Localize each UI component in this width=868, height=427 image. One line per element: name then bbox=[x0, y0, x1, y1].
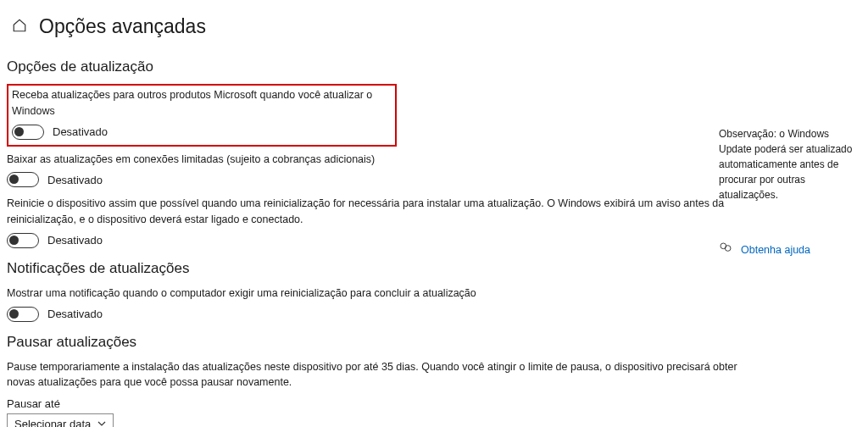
toggle-label: Desativado bbox=[53, 125, 108, 138]
home-icon[interactable] bbox=[12, 18, 27, 36]
section-notifications: Notificações de atualizações bbox=[7, 260, 868, 277]
highlighted-setting: Receba atualizações para outros produtos… bbox=[7, 84, 397, 147]
help-row[interactable]: Obtenha ajuda bbox=[719, 241, 854, 258]
sidebar-note: Observação: o Windows Update poderá ser … bbox=[719, 126, 854, 202]
chevron-down-icon bbox=[97, 418, 106, 427]
toggle-other-products[interactable] bbox=[12, 125, 44, 140]
toggle-label: Desativado bbox=[47, 234, 103, 247]
setting-desc: Reinicie o dispositivo assim que possíve… bbox=[7, 196, 744, 228]
pause-until-label: Pausar até bbox=[7, 397, 868, 410]
setting-desc: Baixar as atualizações em conexões limit… bbox=[7, 152, 744, 168]
page-title: Opções avançadas bbox=[39, 15, 206, 38]
select-value: Selecionar data bbox=[14, 418, 91, 427]
setting-desc: Mostrar uma notificação quando o computa… bbox=[7, 286, 744, 302]
svg-point-1 bbox=[725, 246, 731, 252]
toggle-restart[interactable] bbox=[7, 233, 39, 248]
help-link[interactable]: Obtenha ajuda bbox=[741, 244, 810, 256]
toggle-label: Desativado bbox=[47, 308, 103, 320]
pause-until-select[interactable]: Selecionar data bbox=[7, 413, 114, 427]
setting-desc: Pause temporariamente a instalação das a… bbox=[7, 359, 744, 391]
toggle-metered[interactable] bbox=[7, 172, 39, 187]
toggle-label: Desativado bbox=[47, 174, 103, 186]
help-icon bbox=[719, 241, 732, 258]
toggle-notification[interactable] bbox=[7, 307, 39, 322]
setting-desc: Receba atualizações para outros produtos… bbox=[12, 87, 385, 119]
section-update-options: Opções de atualização bbox=[7, 58, 868, 75]
section-pause: Pausar atualizações bbox=[7, 334, 868, 351]
